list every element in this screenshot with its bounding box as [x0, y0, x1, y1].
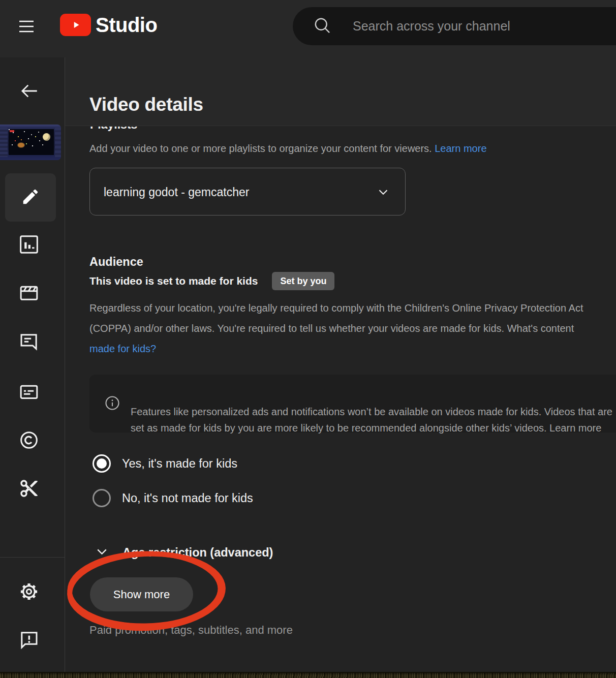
- thumbnail-planet: [43, 133, 50, 141]
- info-icon: [105, 395, 120, 413]
- playlists-heading-clipped: Playlists: [90, 127, 253, 132]
- video-thumbnail[interactable]: [0, 125, 61, 160]
- gear-icon: [18, 581, 40, 604]
- search-placeholder: Search across your channel: [353, 19, 510, 34]
- info-banner: Features like personalized ads and notif…: [89, 375, 616, 433]
- comment-icon: [19, 332, 39, 354]
- playlist-dropdown-value: learning godot - gemcatcher: [104, 168, 249, 216]
- sidebar-item-subtitles[interactable]: [19, 383, 39, 403]
- page-title: Video details: [89, 94, 203, 115]
- subtitles-icon: [19, 382, 39, 404]
- info-banner-text: Features like personalized ads and notif…: [131, 404, 612, 436]
- chevron-down-icon: [94, 543, 110, 562]
- sidebar-item-editor[interactable]: [19, 284, 39, 304]
- sidebar-divider: [0, 557, 65, 558]
- audience-status-row: This video is set to made for kids Set b…: [89, 272, 334, 290]
- set-by-you-badge: Set by you: [272, 272, 334, 290]
- sidebar-item-trim[interactable]: [19, 479, 39, 500]
- brand-text: Studio: [96, 14, 157, 36]
- coppa-legal-text: Regardless of your location, you're lega…: [89, 298, 583, 359]
- sidebar-content-divider: [65, 57, 65, 672]
- back-arrow-icon[interactable]: [18, 80, 40, 102]
- youtube-studio-window: Studio Search across your channel: [0, 0, 616, 678]
- thumbnail-ship: [10, 130, 14, 132]
- sidebar-item-feedback[interactable]: [19, 631, 39, 651]
- topbar: Studio Search across your channel: [0, 0, 616, 57]
- feedback-icon: [19, 630, 39, 652]
- clapperboard-icon: [19, 283, 39, 305]
- sidebar-item-copyright[interactable]: [19, 431, 39, 451]
- show-more-hint: Paid promotion, tags, subtitles, and mor…: [89, 624, 293, 637]
- background-game-strip: [0, 672, 616, 678]
- sticky-header: [65, 57, 616, 126]
- hamburger-menu-icon[interactable]: [18, 19, 35, 34]
- radio-made-for-kids-yes[interactable]: Yes, it's made for kids: [93, 454, 237, 473]
- scissors-icon: [19, 478, 39, 501]
- studio-logo[interactable]: Studio: [60, 14, 157, 36]
- show-more-button[interactable]: Show more: [90, 577, 193, 611]
- made-for-kids-link[interactable]: made for kids?: [89, 343, 156, 354]
- sidebar-item-analytics[interactable]: [19, 235, 39, 256]
- pencil-icon: [21, 187, 40, 208]
- sidebar-item-settings[interactable]: [18, 582, 40, 603]
- learn-more-link[interactable]: Learn more: [435, 143, 486, 154]
- sidebar-item-details-active[interactable]: [5, 173, 56, 222]
- sidebar-item-comments[interactable]: [19, 333, 39, 353]
- radio-button-icon[interactable]: [93, 454, 111, 473]
- chevron-down-icon: [376, 184, 391, 202]
- playlists-description: Add your video to one or more playlists …: [89, 143, 487, 155]
- thumbnail-game-view: [9, 129, 54, 155]
- playlist-dropdown[interactable]: learning godot - gemcatcher: [89, 168, 406, 215]
- youtube-play-icon: [60, 14, 91, 36]
- age-restriction-expander[interactable]: Age restriction (advanced): [94, 542, 273, 563]
- thumbnail-saturn: [18, 143, 24, 147]
- copyright-icon: [19, 430, 39, 452]
- made-for-kids-status: This video is set to made for kids: [89, 275, 258, 287]
- bar-chart-icon: [19, 234, 39, 257]
- audience-heading: Audience: [89, 255, 143, 269]
- radio-made-for-kids-no[interactable]: No, it's not made for kids: [93, 489, 253, 507]
- radio-button-icon[interactable]: [93, 489, 111, 507]
- search-icon: [313, 16, 331, 37]
- search-input[interactable]: Search across your channel: [293, 7, 616, 45]
